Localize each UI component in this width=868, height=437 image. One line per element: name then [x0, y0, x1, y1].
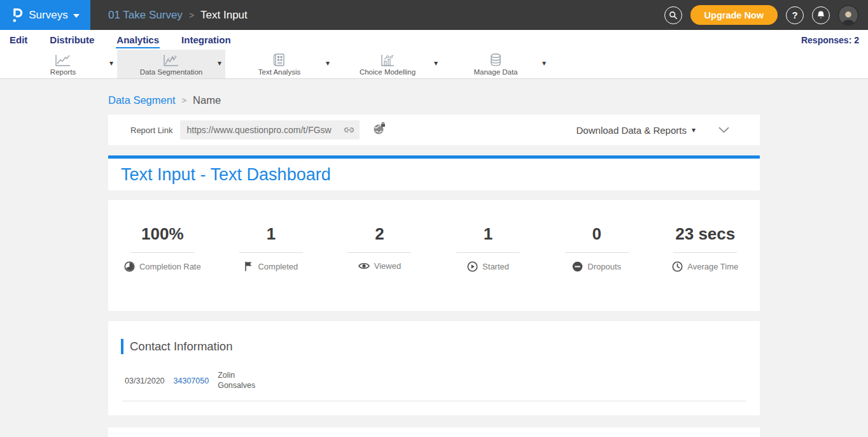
tab-analytics[interactable]: Analytics — [116, 32, 160, 48]
stat-value: 23 secs — [651, 224, 760, 244]
stat-value: 100% — [108, 224, 217, 244]
dashboard-title: Text Input - Text Dashboard — [121, 165, 331, 185]
notifications-button[interactable] — [812, 6, 830, 24]
breadcrumb-survey-link[interactable]: 01 Take Survey — [108, 9, 183, 22]
bell-icon — [816, 10, 825, 20]
contact-information-card: Contact Information 03/31/2020 34307050 … — [108, 321, 760, 415]
stat-label: Completed — [258, 262, 298, 271]
responses-count[interactable]: Responses: 2 — [801, 35, 859, 45]
survey-nav: Edit Distribute Analytics Integration Re… — [0, 30, 868, 50]
tab-edit[interactable]: Edit — [9, 32, 28, 48]
respondent-last-name: Gonsalves — [218, 381, 255, 390]
segmentation-chart-icon — [163, 53, 179, 67]
choice-chart-icon — [380, 53, 395, 67]
stat-average-time: 23 secs Average Time — [651, 224, 760, 311]
accent-bar — [121, 339, 123, 354]
main-content: Data Segment > Name Report Link https://… — [0, 79, 868, 437]
stat-label: Viewed — [374, 261, 401, 271]
chevron-down-icon[interactable]: ▾ — [434, 59, 438, 68]
respondent-name: Zolin Gonsalves — [218, 371, 255, 390]
chevron-down-icon[interactable]: ▾ — [326, 59, 330, 68]
pie-icon — [124, 261, 135, 272]
line-chart-icon — [55, 53, 71, 67]
divider — [122, 401, 746, 401]
stat-started: 1 Started — [434, 224, 543, 311]
toolbar-item-label: Choice Modelling — [360, 68, 416, 76]
stat-value: 1 — [434, 224, 543, 244]
download-data-reports-menu[interactable]: Download Data & Reports ▾ — [577, 125, 696, 136]
tab-distribute[interactable]: Distribute — [49, 32, 95, 48]
respondent-first-name: Zolin — [218, 371, 235, 380]
breadcrumb: 01 Take Survey > Text Input — [108, 9, 248, 22]
divider — [565, 252, 629, 253]
play-icon — [467, 261, 478, 272]
chevron-down-icon[interactable]: ▾ — [218, 59, 221, 68]
tab-integration[interactable]: Integration — [181, 32, 232, 48]
search-icon — [669, 11, 678, 20]
breadcrumb-separator: > — [189, 10, 194, 20]
stat-label: Dropouts — [587, 262, 621, 271]
chevron-down-icon[interactable]: ▾ — [542, 59, 546, 68]
link-icon[interactable] — [344, 125, 354, 134]
top-bar-actions: Upgrade Now ? — [664, 5, 868, 25]
toolbar-item-label: Reports — [50, 68, 76, 76]
stat-value: 0 — [542, 224, 651, 244]
chevron-down-icon[interactable]: ▾ — [109, 59, 113, 68]
divider — [347, 252, 411, 253]
report-link-bar: Report Link https://www.questionpro.com/… — [108, 115, 760, 145]
breadcrumb-separator: > — [181, 96, 186, 105]
toolbar-item-reports[interactable]: Reports ▾ — [9, 50, 117, 78]
questionpro-logo-icon — [11, 6, 24, 24]
stats-card: 100% Completion Rate 1 — [108, 200, 760, 311]
clock-icon — [672, 261, 683, 272]
toolbar-item-manage-data[interactable]: Manage Data ▾ — [442, 50, 550, 78]
toolbar-item-choice-modelling[interactable]: Choice Modelling ▾ — [333, 50, 442, 78]
upgrade-now-button[interactable]: Upgrade Now — [690, 5, 778, 25]
globe-lock-icon[interactable] — [372, 122, 386, 138]
segment-current: Name — [193, 94, 221, 106]
top-bar: Surveys 01 Take Survey > Text Input Upgr… — [0, 0, 868, 30]
toolbar-item-label: Data Segmentation — [140, 68, 202, 76]
divider — [456, 252, 520, 253]
product-switcher[interactable]: Surveys — [0, 0, 90, 30]
response-date: 03/31/2020 — [125, 376, 165, 385]
flag-icon — [244, 261, 253, 271]
stat-label: Completion Rate — [139, 262, 201, 271]
contact-information-heading: Contact Information — [130, 340, 232, 354]
chevron-down-icon: ▾ — [692, 125, 696, 134]
stat-viewed: 2 Viewed — [325, 224, 434, 311]
stat-value: 1 — [217, 224, 326, 244]
stat-label: Average Time — [687, 262, 738, 271]
stat-completion-rate: 100% Completion Rate — [108, 224, 217, 311]
dashboard-title-card: Text Input - Text Dashboard — [108, 155, 760, 190]
person-icon — [840, 8, 857, 25]
toolbar-item-label: Manage Data — [473, 68, 517, 76]
chevron-down-icon — [73, 14, 80, 18]
download-label: Download Data & Reports — [577, 125, 687, 136]
next-section-card — [108, 427, 760, 437]
product-label: Surveys — [29, 9, 67, 22]
page-title: Text Input — [200, 9, 248, 22]
stat-completed: 1 Completed — [217, 224, 326, 311]
response-id-link[interactable]: 34307050 — [174, 376, 209, 385]
toolbar-item-data-segmentation[interactable]: Data Segmentation ▾ — [117, 50, 225, 78]
question-mark-icon: ? — [792, 10, 797, 20]
minus-circle-icon — [572, 261, 583, 272]
divider — [239, 252, 303, 253]
text-document-icon — [272, 53, 286, 67]
report-link-label: Report Link — [130, 125, 172, 135]
collapse-chevron-icon[interactable] — [718, 127, 729, 133]
help-button[interactable]: ? — [786, 6, 804, 24]
segment-breadcrumb: Data Segment > Name — [108, 94, 760, 106]
database-icon — [489, 53, 503, 67]
stat-label: Started — [482, 262, 509, 271]
data-segment-link[interactable]: Data Segment — [108, 94, 175, 106]
report-link-input[interactable]: https://www.questionpro.com/t/FGsw — [180, 120, 360, 140]
analytics-toolbar: Reports ▾ Data Segmentation ▾ Te — [0, 50, 868, 79]
search-button[interactable] — [664, 6, 682, 24]
eye-icon — [358, 262, 370, 270]
contact-row: 03/31/2020 34307050 Zolin Gonsalves — [108, 371, 760, 390]
toolbar-item-text-analysis[interactable]: Text Analysis ▾ — [225, 50, 333, 78]
user-avatar[interactable] — [838, 5, 858, 25]
divider — [673, 252, 737, 253]
